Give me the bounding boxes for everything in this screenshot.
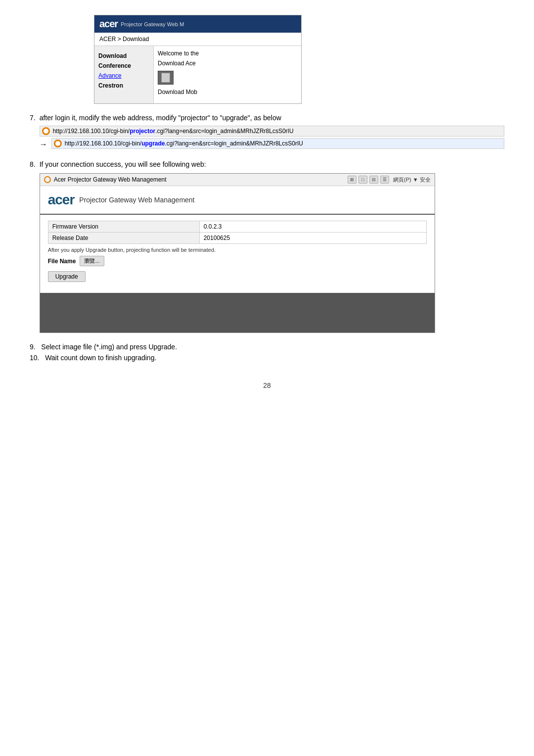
globe-icon bbox=[44, 176, 51, 183]
url1-text: http://192.168.100.10/cgi-bin/projector.… bbox=[53, 128, 294, 135]
sidebar-advance[interactable]: Advance bbox=[98, 71, 149, 81]
titlebar-left: Acer Projector Gateway Web Management bbox=[44, 176, 167, 183]
step-9: 9. Select image file (*.img) and press U… bbox=[30, 343, 504, 351]
upgrade-notice: After you apply Upgrade button, projecti… bbox=[48, 247, 427, 253]
step-8-text: If your connection success, you will see… bbox=[40, 160, 504, 168]
download-ace-text: Download Ace bbox=[158, 60, 196, 67]
sidebar-crestron[interactable]: Crestron bbox=[98, 81, 149, 91]
sidebar-conference[interactable]: Conference bbox=[98, 61, 149, 71]
address-bar-original: http://192.168.100.10/cgi-bin/projector.… bbox=[40, 126, 504, 137]
acer-upgrade-body: Firmware Version 0.0.2.3 Release Date 20… bbox=[40, 215, 435, 288]
acer-nav-breadcrumb: ACER > Download bbox=[94, 33, 301, 46]
firmware-info-table: Firmware Version 0.0.2.3 Release Date 20… bbox=[48, 221, 427, 244]
table-row-release: Release Date 20100625 bbox=[48, 233, 426, 244]
toolbar-right-text: 網頁(P) ▼ 安全 bbox=[393, 176, 431, 184]
step-8-content: If your connection success, you will see… bbox=[40, 160, 504, 333]
acer-upgrade-page: acer Projector Gateway Web Management Fi… bbox=[40, 186, 435, 332]
upgrade-button[interactable]: Upgrade bbox=[48, 271, 86, 282]
release-label-cell: Release Date bbox=[48, 233, 199, 244]
acer-sidebar: Download Conference Advance Crestron bbox=[94, 46, 154, 103]
file-name-label: File Name bbox=[48, 258, 76, 265]
browse-button[interactable]: 瀏覽... bbox=[80, 256, 104, 266]
release-value-cell: 20100625 bbox=[199, 233, 426, 244]
browser-icon-1 bbox=[42, 127, 50, 135]
file-name-row: File Name 瀏覽... bbox=[48, 256, 427, 266]
sidebar-download[interactable]: Download bbox=[98, 51, 149, 61]
welcome-text: Welcome to the bbox=[158, 50, 297, 57]
firmware-label-cell: Firmware Version bbox=[48, 221, 199, 233]
upgrade-button-row: Upgrade bbox=[48, 268, 427, 282]
acer-logo-block: acer Projector Gateway Web Management bbox=[48, 192, 195, 208]
acer-logo-main: acer bbox=[48, 192, 75, 208]
toolbar-btn-4[interactable]: ☰ bbox=[380, 176, 389, 184]
step-9-text: Select image file (*.img) and press Upgr… bbox=[41, 343, 177, 351]
page-number: 28 bbox=[30, 381, 504, 389]
firmware-value-cell: 0.0.2.3 bbox=[199, 221, 426, 233]
file-icon-inner bbox=[161, 73, 170, 83]
browser-icon-2 bbox=[54, 140, 62, 147]
step-8-section: 8. If your connection success, you will … bbox=[30, 160, 504, 333]
acer-main-content: Welcome to the Download Ace Download Mob bbox=[154, 46, 301, 103]
browser-titlebar: Acer Projector Gateway Web Management ⊞ … bbox=[40, 174, 435, 186]
titlebar-right: ⊞ □ ⊟ ☰ 網頁(P) ▼ 安全 bbox=[348, 176, 431, 184]
browser-dark-footer bbox=[40, 293, 435, 332]
acer-website-screenshot: acer Projector Gateway Web M ACER > Down… bbox=[94, 15, 302, 104]
step-10-text: Wait count down to finish upgrading. bbox=[45, 354, 156, 362]
step-7-content: after login it, modify the web address, … bbox=[40, 114, 504, 150]
acer-upgrade-header: acer Projector Gateway Web Management bbox=[40, 186, 435, 215]
browser-icon-inner-1 bbox=[44, 129, 48, 134]
download-mob-text: Download Mob bbox=[158, 89, 197, 95]
download-mob-item: Download Mob bbox=[158, 89, 297, 95]
steps-9-10-section: 9. Select image file (*.img) and press U… bbox=[30, 343, 504, 362]
address-bar-upgrade-row: → http://192.168.100.10/cgi-bin/upgrade.… bbox=[40, 138, 504, 150]
arrow-right-icon: → bbox=[40, 140, 47, 149]
acer-content-area: Download Conference Advance Crestron Wel… bbox=[94, 46, 301, 103]
toolbar-btn-2[interactable]: □ bbox=[358, 176, 367, 184]
browser-icon-inner-2 bbox=[55, 141, 60, 146]
address-bar-upgrade: http://192.168.100.10/cgi-bin/upgrade.cg… bbox=[51, 138, 504, 149]
url2-text: http://192.168.100.10/cgi-bin/upgrade.cg… bbox=[65, 140, 303, 147]
url2-highlight: upgrade bbox=[141, 140, 165, 147]
download-ace-item: Download Ace bbox=[158, 60, 297, 67]
acer-logo-text: acer bbox=[99, 18, 118, 30]
acer-header-bar: acer Projector Gateway Web M bbox=[94, 15, 301, 33]
step-7-section: 7. after login it, modify the web addres… bbox=[30, 114, 504, 150]
url1-highlight: projector bbox=[130, 128, 155, 135]
step-8-number: 8. bbox=[30, 160, 36, 168]
toolbar-btn-1[interactable]: ⊞ bbox=[348, 176, 356, 184]
download-file-icon bbox=[158, 71, 174, 85]
browser-title: Acer Projector Gateway Web Management bbox=[54, 176, 167, 183]
acer-subtitle: Projector Gateway Web M bbox=[121, 21, 184, 27]
step-10-number: 10. bbox=[30, 354, 39, 362]
step-7-number: 7. bbox=[30, 114, 36, 122]
step-10: 10. Wait count down to finish upgrading. bbox=[30, 354, 504, 362]
table-row-firmware: Firmware Version 0.0.2.3 bbox=[48, 221, 426, 233]
toolbar-btn-3[interactable]: ⊟ bbox=[369, 176, 378, 184]
toolbar-icons: ⊞ □ ⊟ ☰ bbox=[348, 176, 389, 184]
step-9-number: 9. bbox=[30, 343, 36, 351]
browser-window: Acer Projector Gateway Web Management ⊞ … bbox=[40, 173, 435, 333]
acer-logo-desc: Projector Gateway Web Management bbox=[79, 196, 194, 204]
step-7-text: after login it, modify the web address, … bbox=[40, 114, 504, 122]
download-icon-item bbox=[158, 71, 297, 85]
